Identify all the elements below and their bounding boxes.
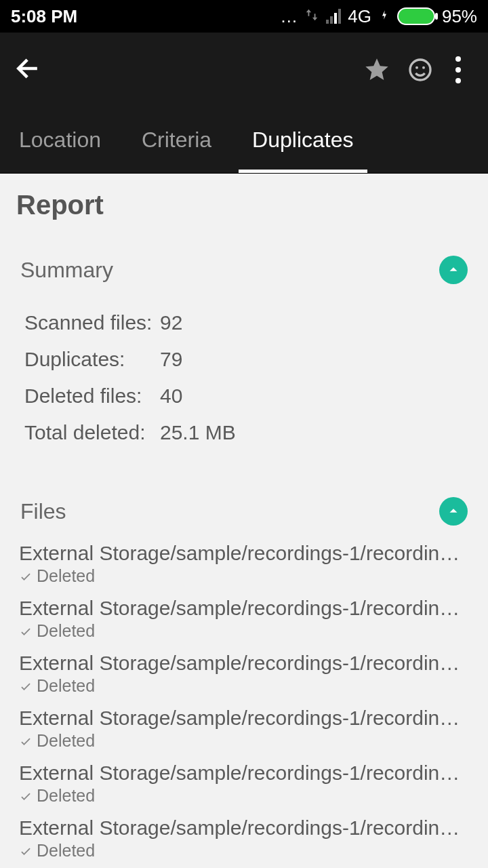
status-indicators: … 4G 95%: [280, 6, 477, 27]
file-path: External Storage/sample/recordings-1/rec…: [19, 707, 469, 730]
summary-table: Scanned files: 92 Duplicates: 79 Deleted…: [16, 300, 472, 471]
file-status: Deleted: [19, 676, 469, 696]
app-bar: [0, 33, 488, 107]
files-collapse-button[interactable]: [439, 497, 468, 526]
files-title-text: Files: [20, 499, 66, 524]
summary-label: Total deleted:: [24, 421, 160, 444]
summary-value: 79: [160, 348, 182, 371]
summary-row-duplicates: Duplicates: 79: [24, 341, 464, 378]
summary-row-scanned: Scanned files: 92: [24, 304, 464, 341]
check-icon: [19, 734, 33, 748]
file-item[interactable]: External Storage/sample/recordings-1/rec…: [16, 757, 472, 812]
check-icon: [19, 789, 33, 803]
summary-label: Duplicates:: [24, 348, 160, 371]
file-status: Deleted: [19, 566, 469, 586]
tab-duplicates[interactable]: Duplicates: [252, 107, 353, 173]
summary-label: Scanned files:: [24, 311, 160, 334]
file-item[interactable]: External Storage/sample/recordings-1/rec…: [16, 538, 472, 593]
check-icon: [19, 570, 33, 583]
content-area: Report Summary Scanned files: 92 Duplica…: [0, 174, 488, 867]
check-icon: [19, 844, 33, 858]
battery-icon: [397, 7, 435, 25]
file-status-label: Deleted: [37, 621, 95, 641]
svg-point-2: [422, 66, 425, 69]
file-item[interactable]: External Storage/sample/recordings-1/rec…: [16, 812, 472, 867]
file-path: External Storage/sample/recordings-1/rec…: [19, 597, 469, 620]
file-status: Deleted: [19, 786, 469, 806]
summary-collapse-button[interactable]: [439, 256, 468, 284]
check-icon: [19, 625, 33, 638]
summary-value: 40: [160, 384, 182, 408]
file-status: Deleted: [19, 731, 469, 751]
file-item[interactable]: External Storage/sample/recordings-1/rec…: [16, 648, 472, 703]
files-header: Files: [16, 494, 472, 538]
file-status-label: Deleted: [37, 566, 95, 586]
status-bar: 5:08 PM … 4G 95%: [0, 0, 488, 33]
files-title: Files: [20, 499, 91, 524]
signal-icon: [326, 9, 341, 24]
favorite-button[interactable]: [355, 48, 399, 92]
summary-header: Summary: [16, 253, 472, 300]
data-arrows-icon: [304, 6, 319, 27]
feedback-smiley-button[interactable]: [399, 48, 442, 92]
file-path: External Storage/sample/recordings-1/rec…: [19, 762, 469, 785]
check-icon: [19, 679, 33, 693]
summary-value: 25.1 MB: [160, 421, 236, 444]
file-status-label: Deleted: [37, 676, 95, 696]
back-button[interactable]: [14, 54, 43, 86]
files-section: Files External Storage/sample/recordings…: [16, 494, 472, 867]
summary-title: Summary: [20, 258, 113, 283]
battery-pct: 95%: [442, 6, 477, 27]
tab-bar: Location Criteria Duplicates: [0, 107, 488, 174]
file-status: Deleted: [19, 841, 469, 861]
file-status: Deleted: [19, 621, 469, 641]
file-status-label: Deleted: [37, 841, 95, 861]
file-path: External Storage/sample/recordings-1/rec…: [19, 542, 469, 565]
file-path: External Storage/sample/recordings-1/rec…: [19, 652, 469, 675]
file-path: External Storage/sample/recordings-1/rec…: [19, 816, 469, 840]
sort-icon[interactable]: [77, 504, 91, 519]
summary-row-deleted-files: Deleted files: 40: [24, 378, 464, 414]
summary-row-total-deleted: Total deleted: 25.1 MB: [24, 414, 464, 451]
file-item[interactable]: External Storage/sample/recordings-1/rec…: [16, 593, 472, 648]
status-time: 5:08 PM: [11, 6, 77, 27]
file-item[interactable]: External Storage/sample/recordings-1/rec…: [16, 703, 472, 757]
tab-location[interactable]: Location: [19, 107, 101, 173]
more-dots-indicator: …: [280, 6, 298, 27]
page-title: Report: [16, 190, 472, 220]
files-list: External Storage/sample/recordings-1/rec…: [16, 538, 472, 867]
tab-criteria[interactable]: Criteria: [142, 107, 211, 173]
summary-label: Deleted files:: [24, 384, 160, 408]
file-status-label: Deleted: [37, 731, 95, 751]
summary-value: 92: [160, 311, 182, 334]
overflow-menu-button[interactable]: [442, 48, 474, 92]
network-label: 4G: [348, 6, 371, 27]
file-status-label: Deleted: [37, 786, 95, 806]
svg-point-0: [410, 60, 430, 80]
charging-icon: [378, 6, 390, 27]
svg-point-1: [415, 66, 418, 69]
